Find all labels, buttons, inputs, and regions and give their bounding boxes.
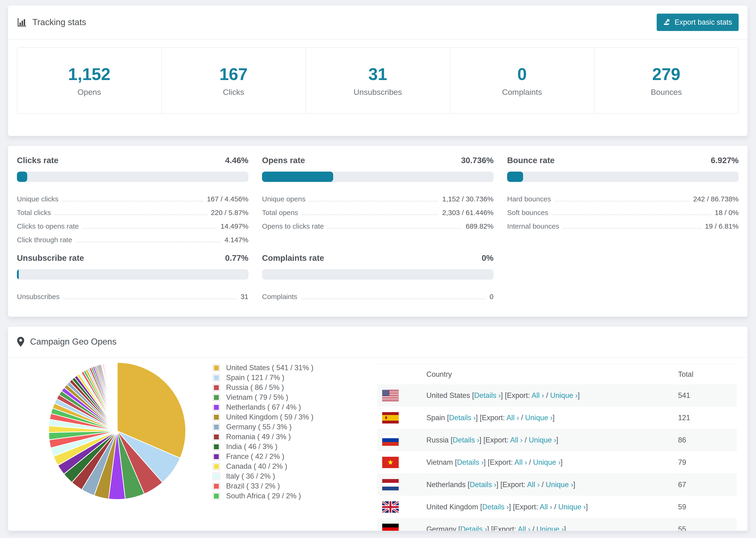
rate-detail-row-internal-bounces: Internal bounces19 / 6.81% <box>507 217 739 230</box>
geo-country-name: Russia <box>426 436 451 444</box>
flag-es-icon <box>382 417 399 425</box>
legend-item-spain[interactable]: Spain ( 121 / 7% ) <box>213 373 313 383</box>
legend-item-italy[interactable]: Italy ( 36 / 2% ) <box>213 471 313 481</box>
geo-export-unique-link[interactable]: Unique › <box>546 480 573 489</box>
dotted-leader <box>301 298 486 299</box>
page-title-text: Tracking stats <box>32 17 86 27</box>
geo-details-link[interactable]: Details › <box>474 391 501 400</box>
legend-item-india[interactable]: India ( 46 / 3% ) <box>213 442 313 452</box>
geo-details-link[interactable]: Details › <box>469 480 496 489</box>
summary-stat-value: 1,152 <box>68 65 110 84</box>
geo-details-link[interactable]: Details › <box>482 503 509 511</box>
pie-slice-other-70[interactable] <box>117 362 117 431</box>
detail-label: Opens to clicks rate <box>262 222 324 231</box>
rate-progress-bar <box>17 269 248 280</box>
legend-label: Germany ( 55 / 3% ) <box>226 423 292 431</box>
geo-export-all-link[interactable]: All › <box>507 413 519 422</box>
legend-swatch <box>213 463 220 470</box>
summary-stat-clicks: 167Clicks <box>162 48 306 113</box>
link-decoration-text: / <box>552 503 558 511</box>
rates-grid: Clicks rate4.46%Unique clicks167 / 4.456… <box>8 146 747 310</box>
flag-cell <box>377 457 426 468</box>
geo-export-all-link[interactable]: All › <box>527 480 540 489</box>
geo-export-unique-link[interactable]: Unique › <box>525 413 553 422</box>
geo-export-all-link[interactable]: All › <box>540 503 552 511</box>
geo-table-header: Country Total <box>377 364 737 384</box>
legend-item-romania[interactable]: Romania ( 49 / 3% ) <box>213 432 313 442</box>
summary-stat-label: Bounces <box>651 87 682 97</box>
rate-title: Bounce rate <box>507 156 555 165</box>
link-decoration-text: ] [Export: <box>487 525 518 531</box>
geo-export-all-link[interactable]: All › <box>518 525 530 531</box>
geo-export-unique-link[interactable]: Unique › <box>558 503 586 511</box>
flag-cell <box>377 390 426 401</box>
detail-label: Unique clicks <box>17 195 58 203</box>
rate-detail-row-soft-bounces: Soft bounces18 / 0% <box>507 203 739 217</box>
legend-label: United Kingdom ( 59 / 3% ) <box>226 413 313 421</box>
geo-export-unique-link[interactable]: Unique › <box>536 525 564 531</box>
rate-detail-rows: Unsubscribes31 <box>17 287 248 301</box>
legend-item-vietnam[interactable]: Vietnam ( 79 / 5% ) <box>213 393 313 402</box>
legend-swatch <box>213 413 220 421</box>
legend-swatch <box>213 443 220 451</box>
rate-detail-rows: Hard bounces242 / 86.738%Soft bounces18 … <box>507 189 739 230</box>
legend-item-brazil[interactable]: Brazil ( 33 / 2% ) <box>213 481 313 491</box>
geo-export-unique-link[interactable]: Unique › <box>529 436 556 444</box>
geo-total-cell: 79 <box>678 458 737 467</box>
link-decoration-text: ] [Export: <box>501 391 531 400</box>
legend-item-united-kingdom[interactable]: United Kingdom ( 59 / 3% ) <box>213 412 313 422</box>
tracking-stats-header: Tracking stats Export basic stats <box>8 5 747 39</box>
rate-header: Complaints rate0% <box>262 253 494 263</box>
legend-label: Romania ( 49 / 3% ) <box>226 433 291 441</box>
rate-detail-row-unsubscribes: Unsubscribes31 <box>17 287 248 301</box>
geo-export-all-link[interactable]: All › <box>514 458 527 466</box>
geo-details-link[interactable]: Details › <box>449 413 476 422</box>
geo-export-unique-link[interactable]: Unique › <box>533 458 561 466</box>
dotted-leader <box>328 228 462 229</box>
detail-value: 31 <box>241 293 248 301</box>
header-divider <box>8 39 747 40</box>
rate-header: Clicks rate4.46% <box>17 156 248 165</box>
legend-swatch <box>213 404 220 411</box>
legend-item-south-africa[interactable]: South Africa ( 29 / 2% ) <box>213 491 313 501</box>
legend-swatch <box>213 394 220 401</box>
geo-country-cell: Netherlands [Details ›] [Export: All › /… <box>426 480 678 489</box>
detail-value: 220 / 5.87% <box>211 209 248 217</box>
legend-item-russia[interactable]: Russia ( 86 / 5% ) <box>213 383 313 393</box>
link-decoration-text: / <box>519 413 525 422</box>
legend-item-united-states[interactable]: United States ( 541 / 31% ) <box>213 363 313 373</box>
legend-item-germany[interactable]: Germany ( 55 / 3% ) <box>213 422 313 432</box>
link-decoration-text: ] [Export: <box>484 458 514 466</box>
link-decoration-text: [ <box>447 413 449 422</box>
legend-label: Russia ( 86 / 5% ) <box>226 383 284 392</box>
legend-item-netherlands[interactable]: Netherlands ( 67 / 4% ) <box>213 402 313 412</box>
link-decoration-text: ] [Export: <box>476 413 507 422</box>
export-basic-stats-button[interactable]: Export basic stats <box>657 14 739 31</box>
geo-details-link[interactable]: Details › <box>457 458 484 466</box>
rate-progress-fill <box>507 172 523 182</box>
geo-table-row-united-states: United States [Details ›] [Export: All ›… <box>377 384 737 406</box>
geo-export-all-link[interactable]: All › <box>531 391 544 400</box>
rate-value: 6.927% <box>711 156 739 165</box>
campaign-geo-opens-card: Campaign Geo Opens United States ( 541 /… <box>8 326 748 531</box>
legend-item-france[interactable]: France ( 42 / 2% ) <box>213 452 313 461</box>
flag-cell <box>377 479 426 490</box>
link-decoration-text: ] [Export: <box>479 436 510 444</box>
detail-label: Hard bounces <box>507 195 551 203</box>
rate-section-complaints-rate: Complaints rate0%Complaints0 <box>262 253 494 301</box>
detail-label: Clicks to opens rate <box>17 222 79 231</box>
detail-label: Unsubscribes <box>17 293 60 301</box>
legend-item-canada[interactable]: Canada ( 40 / 2% ) <box>213 461 313 471</box>
legend-label: India ( 46 / 3% ) <box>226 443 278 451</box>
geo-total-cell: 67 <box>678 480 737 489</box>
detail-label: Click through rate <box>17 236 72 244</box>
detail-label: Soft bounces <box>507 209 548 217</box>
geo-export-all-link[interactable]: All › <box>510 436 523 444</box>
detail-label: Unique opens <box>262 195 305 203</box>
summary-stat-label: Clicks <box>223 87 244 97</box>
geo-export-unique-link[interactable]: Unique › <box>550 391 577 400</box>
geo-details-link[interactable]: Details › <box>460 525 487 531</box>
flag-ru-icon <box>382 439 399 447</box>
geo-details-link[interactable]: Details › <box>453 436 479 444</box>
bar-chart-icon <box>17 17 27 27</box>
